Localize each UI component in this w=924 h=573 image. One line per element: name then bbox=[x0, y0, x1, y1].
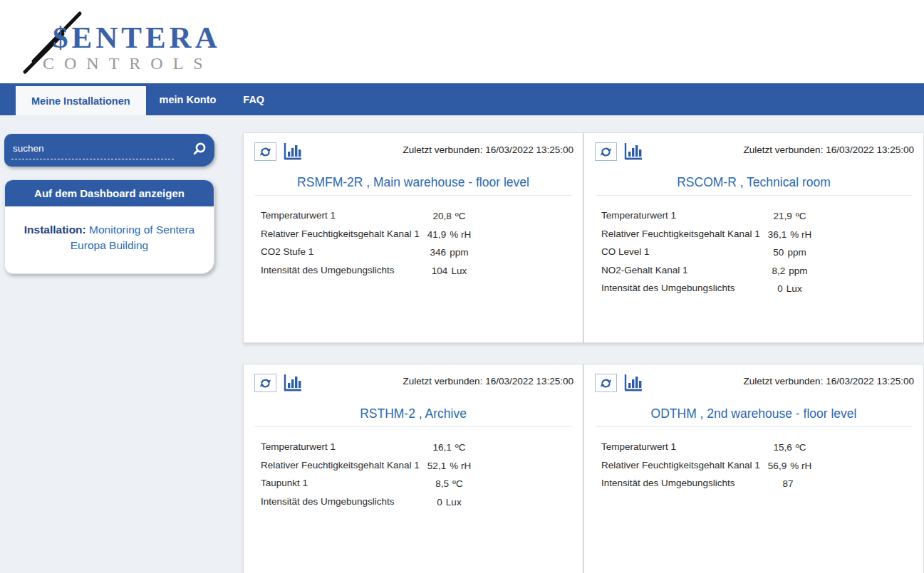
chart-button[interactable] bbox=[623, 374, 643, 393]
sentera-logo: $ENTERA CONTROLS bbox=[16, 4, 229, 78]
sensor-row: Intensität des Umgebungslichts 87 bbox=[584, 477, 923, 495]
sensor-row: Temperaturwert 1 16,1ºC bbox=[244, 441, 583, 459]
search-input[interactable] bbox=[11, 140, 174, 159]
chart-button[interactable] bbox=[283, 142, 303, 162]
show-on-dashboard-button[interactable]: Auf dem Dashboard anzeigen bbox=[5, 180, 214, 206]
logo-subtitle: CONTROLS bbox=[43, 54, 213, 73]
sensor-value: 8,5 bbox=[435, 478, 449, 489]
sensor-value: 56,9 bbox=[768, 461, 787, 471]
refresh-icon bbox=[259, 377, 271, 389]
sensor-value: 20,8 bbox=[433, 211, 452, 221]
sensor-row: CO2 Stufe 1 346ppm bbox=[244, 246, 583, 264]
sensor-row: Temperaturwert 1 15,6ºC bbox=[584, 441, 923, 459]
sensor-value: 21,9 bbox=[774, 211, 792, 221]
tab-mein-konto[interactable]: mein Konto bbox=[146, 83, 230, 115]
refresh-button[interactable] bbox=[595, 374, 617, 392]
sensor-unit: Lux bbox=[451, 266, 467, 276]
sensor-unit: ºC bbox=[796, 211, 806, 221]
sensor-value: 0 bbox=[437, 497, 442, 508]
card-actions bbox=[595, 374, 643, 393]
sensor-value: 104 bbox=[432, 266, 448, 276]
sensor-unit: ºC bbox=[452, 478, 463, 489]
sensor-row: Relativer Feuchtigkeitsgehalt Kanal 1 36… bbox=[584, 228, 923, 246]
sensor-row: NO2-Gehalt Kanal 1 8,2ppm bbox=[584, 264, 923, 283]
site-header: $ENTERA CONTROLS bbox=[0, 0, 924, 83]
sensor-rows: Temperaturwert 1 16,1ºC Relativer Feucht… bbox=[244, 441, 583, 513]
device-cards-grid: Zuletzt verbunden: 16/03/2022 13:25:00 R… bbox=[243, 132, 924, 573]
sensor-value: 50 bbox=[773, 247, 784, 258]
last-connected: Zuletzt verbunden: 16/03/2022 13:25:00 bbox=[403, 374, 573, 387]
card-top-bar: Zuletzt verbunden: 16/03/2022 13:25:00 bbox=[584, 364, 923, 393]
sensor-value: 16,1 bbox=[433, 442, 452, 453]
sensor-row: CO Level 1 50ppm bbox=[584, 246, 923, 264]
device-title[interactable]: RSCOM-R , Technical room bbox=[591, 175, 916, 190]
tab-meine-installationen[interactable]: Meine Installationen bbox=[16, 86, 146, 115]
bar-chart-icon bbox=[624, 142, 643, 160]
sensor-unit: ºC bbox=[796, 442, 806, 453]
bar-chart-icon bbox=[284, 374, 302, 391]
sensor-row: Relativer Feuchtigkeitsgehalt Kanal 1 56… bbox=[584, 459, 923, 478]
sensor-row: Temperaturwert 1 20,8ºC bbox=[244, 209, 583, 228]
refresh-icon bbox=[600, 377, 612, 389]
sensor-value: 15,6 bbox=[774, 442, 792, 453]
sensor-label: Temperaturwert 1 bbox=[261, 210, 336, 221]
sensor-unit: % rH bbox=[790, 461, 811, 471]
title-divider bbox=[595, 426, 913, 427]
device-title[interactable]: RSTHM-2 , Archive bbox=[251, 406, 576, 421]
installation-card: Auf dem Dashboard anzeigen Installation:… bbox=[4, 179, 214, 274]
device-title[interactable]: ODTHM , 2nd warehouse - floor level bbox=[591, 406, 916, 421]
sensor-label: Taupunkt 1 bbox=[261, 478, 308, 488]
last-connected: Zuletzt verbunden: 16/03/2022 13:25:00 bbox=[403, 142, 573, 155]
device-card-rsmfm-2r: Zuletzt verbunden: 16/03/2022 13:25:00 R… bbox=[243, 132, 583, 343]
refresh-button[interactable] bbox=[254, 374, 276, 392]
sensor-label: CO Level 1 bbox=[601, 246, 650, 257]
sensor-value: 0 bbox=[777, 283, 783, 294]
device-card-odthm: Zuletzt verbunden: 16/03/2022 13:25:00 O… bbox=[583, 364, 924, 573]
refresh-button[interactable] bbox=[254, 142, 276, 161]
chart-button[interactable] bbox=[283, 374, 303, 393]
sensor-unit: ppm bbox=[787, 247, 806, 258]
sensor-unit: % rH bbox=[790, 229, 811, 240]
sensor-rows: Temperaturwert 1 21,9ºC Relativer Feucht… bbox=[584, 209, 923, 300]
sensor-label: CO2 Stufe 1 bbox=[261, 246, 313, 257]
search-icon bbox=[191, 141, 208, 158]
sensor-unit: ºC bbox=[455, 211, 466, 221]
card-top-bar: Zuletzt verbunden: 16/03/2022 13:25:00 bbox=[244, 364, 583, 393]
sensor-value: 36,1 bbox=[768, 229, 787, 240]
refresh-button[interactable] bbox=[595, 142, 617, 161]
sensor-value: 52,1 bbox=[427, 461, 446, 471]
logo-initial: $ bbox=[53, 21, 72, 54]
card-actions bbox=[254, 142, 303, 162]
last-connected: Zuletzt verbunden: 16/03/2022 13:25:00 bbox=[744, 142, 914, 155]
refresh-icon bbox=[600, 146, 612, 158]
sensor-label: Intensität des Umgebungslichts bbox=[261, 265, 395, 275]
sensor-unit: Lux bbox=[787, 283, 802, 294]
content-area: Auf dem Dashboard anzeigen Installation:… bbox=[0, 115, 924, 573]
sensor-row: Intensität des Umgebungslichts 0Lux bbox=[584, 282, 923, 300]
device-card-rsthm-2: Zuletzt verbunden: 16/03/2022 13:25:00 R… bbox=[243, 364, 583, 573]
card-actions bbox=[254, 374, 303, 393]
tab-faq[interactable]: FAQ bbox=[229, 83, 278, 115]
sensor-value: 8,2 bbox=[772, 266, 785, 276]
bar-chart-icon bbox=[284, 142, 302, 160]
last-connected: Zuletzt verbunden: 16/03/2022 13:25:00 bbox=[744, 374, 914, 387]
sensor-row: Temperaturwert 1 21,9ºC bbox=[584, 209, 923, 228]
sensor-unit: Lux bbox=[446, 497, 462, 508]
installation-value: Monitoring of Sentera Europa Building bbox=[71, 224, 194, 251]
sensor-unit: ºC bbox=[455, 442, 466, 453]
sensor-row: Taupunkt 1 8,5ºC bbox=[244, 477, 583, 495]
device-card-rscom-r: Zuletzt verbunden: 16/03/2022 13:25:00 R… bbox=[583, 132, 924, 343]
logo-brand-text: $ENTERA bbox=[53, 20, 221, 55]
sensor-rows: Temperaturwert 1 15,6ºC Relativer Feucht… bbox=[584, 441, 923, 495]
device-title[interactable]: RSMFM-2R , Main warehouse - floor level bbox=[251, 175, 576, 190]
search-button[interactable] bbox=[190, 141, 209, 159]
installation-name[interactable]: Installation: Monitoring of Sentera Euro… bbox=[5, 206, 214, 273]
sensor-label: Temperaturwert 1 bbox=[601, 210, 676, 221]
chart-button[interactable] bbox=[623, 142, 643, 162]
sensor-unit: % rH bbox=[450, 229, 471, 240]
card-top-bar: Zuletzt verbunden: 16/03/2022 13:25:00 bbox=[584, 133, 923, 162]
sensor-row: Intensität des Umgebungslichts 0Lux bbox=[244, 495, 583, 514]
title-divider bbox=[595, 195, 913, 196]
sensor-unit: ppm bbox=[450, 247, 468, 258]
sensor-row: Relativer Feuchtigkeitsgehalt Kanal 1 41… bbox=[244, 228, 583, 246]
